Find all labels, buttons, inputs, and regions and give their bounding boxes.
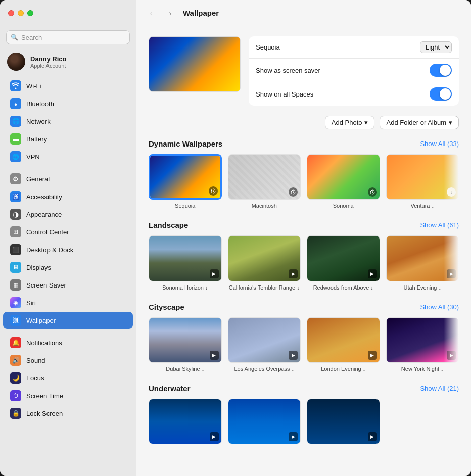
- section-landscape-show-all[interactable]: Show All (61): [420, 221, 459, 229]
- sidebar-item-label-siri: Siri: [26, 299, 36, 307]
- thumb-macintosh: [228, 154, 301, 200]
- spaces-knob: [440, 88, 451, 100]
- play-badge-losangeles: ▶: [289, 351, 298, 360]
- sidebar-item-label-desktop: Desktop & Dock: [26, 246, 73, 254]
- list-item[interactable]: ▶: [149, 399, 222, 444]
- add-folder-chevron-icon: ▾: [449, 119, 452, 126]
- close-button[interactable]: [8, 10, 14, 16]
- sidebar-item-label-displays: Displays: [26, 264, 51, 271]
- list-item[interactable]: ↓ Ventura ↓: [386, 154, 459, 209]
- sidebar-item-displays[interactable]: 🖥 Displays: [3, 259, 133, 276]
- spaces-toggle[interactable]: [430, 87, 452, 101]
- list-item[interactable]: ▶ California's Temblor Range ↓: [228, 235, 301, 290]
- thumb-sonoma-horizon: ▶: [149, 235, 222, 281]
- preview-image: [149, 37, 240, 91]
- sidebar-item-bluetooth[interactable]: ⬧ Bluetooth: [3, 95, 133, 112]
- user-section: Danny Rico Apple Account: [0, 49, 136, 77]
- search-box[interactable]: 🔍 Search: [6, 30, 130, 44]
- forward-button[interactable]: ›: [164, 7, 177, 20]
- section-landscape: Landscape Show All (61) ▶ Sonoma Horizon…: [149, 221, 459, 290]
- thumb-redwoods-label: Redwoods from Above ↓: [313, 284, 373, 291]
- sidebar-item-wifi[interactable]: Wi-Fi: [3, 77, 133, 94]
- displays-icon: 🖥: [10, 262, 21, 273]
- list-item[interactable]: ▶: [307, 399, 380, 444]
- mode-select[interactable]: Light Dark Auto: [420, 41, 452, 53]
- user-name: Danny Rico: [30, 55, 67, 63]
- play-badge-london: ▶: [368, 351, 377, 360]
- sidebar-item-battery[interactable]: ▬ Battery: [3, 130, 133, 148]
- play-badge-redwoods: ▶: [368, 269, 377, 278]
- desktop-icon: ⬛: [10, 244, 21, 255]
- download-badge-ventura: ↓: [447, 187, 456, 197]
- sidebar-item-vpn[interactable]: 🌐 VPN: [3, 148, 133, 165]
- list-item[interactable]: ▶ New York Night ↓: [386, 317, 459, 372]
- sidebar-item-lockscreen[interactable]: 🔒 Lock Screen: [3, 405, 133, 422]
- mode-selector-row: Light Dark Auto: [420, 41, 452, 53]
- back-button[interactable]: ‹: [145, 7, 158, 20]
- thumb-ventura-img: [387, 155, 459, 199]
- sidebar-item-focus[interactable]: 🌙 Focus: [3, 369, 133, 387]
- sidebar-item-controlcenter[interactable]: ⊞ Control Center: [3, 223, 133, 241]
- sidebar-item-appearance[interactable]: ◑ Appearance: [3, 206, 133, 223]
- play-badge-utah: ▶: [447, 269, 456, 278]
- minimize-button[interactable]: [18, 10, 24, 16]
- sidebar-item-accessibility[interactable]: ♿ Accessibility: [3, 188, 133, 205]
- section-cityscape-grid: ▶ Dubai Skyline ↓ ▶ Los Angeles Overpass…: [149, 317, 459, 372]
- thumb-sonoma-horizon-label: Sonoma Horizon ↓: [162, 284, 208, 291]
- general-icon: ⚙: [10, 173, 21, 184]
- spaces-row: Show on all Spaces: [249, 82, 459, 106]
- list-item[interactable]: Macintosh: [228, 154, 301, 209]
- wallpaper-name-label: Sequoia: [256, 43, 280, 51]
- thumb-sequoia: [149, 154, 222, 200]
- main-titlebar: ‹ › Wallpaper: [136, 0, 471, 26]
- play-badge-dubai: ▶: [210, 351, 219, 360]
- section-underwater-show-all[interactable]: Show All (21): [420, 385, 459, 392]
- add-folder-button[interactable]: Add Folder or Album ▾: [380, 116, 459, 129]
- sidebar-item-label-lockscreen: Lock Screen: [26, 410, 63, 417]
- thumb-sequoia-label: Sequoia: [175, 203, 195, 209]
- thumb-dubai-label: Dubai Skyline ↓: [166, 366, 204, 372]
- sidebar-item-screentime[interactable]: ⏱ Screen Time: [3, 387, 133, 404]
- sidebar-item-desktop[interactable]: ⬛ Desktop & Dock: [3, 241, 133, 258]
- traffic-lights: [8, 10, 33, 16]
- list-item[interactable]: Sequoia: [149, 154, 222, 209]
- dynamic-badge-sequoia: [209, 186, 218, 196]
- list-item[interactable]: Sonoma: [307, 154, 380, 209]
- maximize-button[interactable]: [27, 10, 33, 16]
- sidebar-item-notifications[interactable]: 🔔 Notifications: [3, 334, 133, 351]
- section-dynamic-show-all[interactable]: Show All (33): [420, 140, 459, 148]
- list-item[interactable]: ▶ Utah Evening ↓: [386, 235, 459, 290]
- accessibility-icon: ♿: [10, 191, 21, 202]
- screen-saver-knob: [440, 65, 451, 76]
- section-landscape-title: Landscape: [149, 221, 188, 229]
- sidebar-scroll: Wi-Fi ⬧ Bluetooth 🌐 Network ▬ Battery 🌐 …: [0, 77, 136, 476]
- sidebar-item-network[interactable]: 🌐 Network: [3, 113, 133, 130]
- sidebar-item-sound[interactable]: 🔊 Sound: [3, 352, 133, 369]
- screensaver-icon: ▦: [10, 279, 21, 291]
- thumb-losangeles: ▶: [228, 317, 301, 363]
- section-cityscape: Cityscape Show All (30) ▶ Dubai Skyline …: [149, 303, 459, 372]
- sidebar-item-label-focus: Focus: [26, 374, 44, 382]
- appearance-icon: ◑: [10, 209, 21, 220]
- wallpaper-icon: 🖼: [10, 315, 21, 326]
- add-photo-button[interactable]: Add Photo ▾: [325, 116, 375, 129]
- wifi-icon: [10, 80, 21, 91]
- section-landscape-header: Landscape Show All (61): [149, 221, 459, 229]
- list-item[interactable]: ▶ London Evening ↓: [307, 317, 380, 372]
- thumb-ventura: ↓: [386, 154, 459, 200]
- thumb-california: ▶: [228, 235, 301, 281]
- sidebar-item-siri[interactable]: ◉ Siri: [3, 294, 133, 311]
- sidebar-item-general[interactable]: ⚙ General: [3, 170, 133, 187]
- sidebar-item-screensaver[interactable]: ▦ Screen Saver: [3, 276, 133, 294]
- list-item[interactable]: ▶ Dubai Skyline ↓: [149, 317, 222, 372]
- sidebar-item-wallpaper[interactable]: 🖼 Wallpaper: [3, 312, 133, 329]
- list-item[interactable]: ▶: [228, 399, 301, 444]
- list-item[interactable]: ▶ Redwoods from Above ↓: [307, 235, 380, 290]
- app-window: 🔍 Search Danny Rico Apple Account Wi-Fi: [0, 0, 471, 476]
- list-item[interactable]: ▶ Los Angeles Overpass ↓: [228, 317, 301, 372]
- list-item[interactable]: ▶ Sonoma Horizon ↓: [149, 235, 222, 290]
- add-photo-chevron-icon: ▾: [364, 119, 368, 126]
- section-cityscape-show-all[interactable]: Show All (30): [420, 303, 459, 311]
- sidebar-item-label-battery: Battery: [26, 135, 47, 143]
- screen-saver-toggle[interactable]: [430, 64, 452, 77]
